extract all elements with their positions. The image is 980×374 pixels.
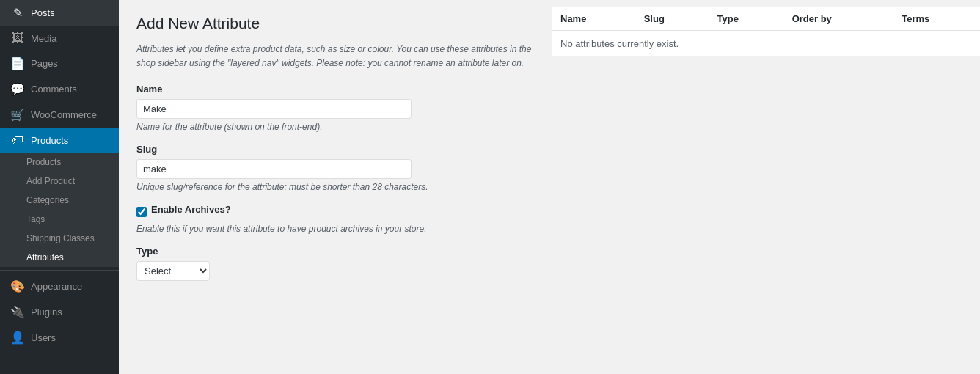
- sidebar-item-label: Plugins: [31, 307, 62, 318]
- slug-input[interactable]: [136, 159, 412, 179]
- col-name: Name: [552, 7, 635, 31]
- form-panel: Add New Attribute Attributes let you def…: [119, 0, 552, 374]
- sidebar-submenu-products: Products Add Product Categories Tags Shi…: [0, 153, 119, 267]
- slug-field-group: Slug Unique slug/reference for the attri…: [136, 144, 534, 192]
- sidebar-item-label: Comments: [31, 84, 77, 95]
- enable-archives-checkbox[interactable]: [136, 207, 147, 217]
- name-input[interactable]: [136, 99, 412, 119]
- appearance-icon: 🎨: [10, 279, 25, 293]
- table-panel: Name Slug Type Order by Terms No attribu…: [552, 0, 980, 374]
- sidebar-divider: [0, 270, 119, 271]
- media-icon: 🖼: [10, 32, 25, 45]
- name-field-group: Name Name for the attribute (shown on th…: [136, 84, 534, 132]
- sidebar-item-plugins[interactable]: 🔌 Plugins: [0, 299, 119, 325]
- posts-icon: ✎: [10, 6, 25, 20]
- page-description: Attributes let you define extra product …: [136, 43, 534, 70]
- sidebar: ✎ Posts 🖼 Media 📄 Pages 💬 Comments 🛒 Woo…: [0, 0, 119, 374]
- table-header: Name Slug Type Order by Terms: [552, 7, 980, 31]
- table-row-empty: No attributes currently exist.: [552, 31, 980, 57]
- type-field-group: Type Select Text: [136, 246, 534, 281]
- name-hint: Name for the attribute (shown on the fro…: [136, 122, 534, 132]
- sidebar-item-tags[interactable]: Tags: [0, 210, 119, 229]
- col-slug: Slug: [635, 7, 709, 31]
- sidebar-item-categories[interactable]: Categories: [0, 191, 119, 210]
- sidebar-item-posts[interactable]: ✎ Posts: [0, 0, 119, 26]
- pages-icon: 📄: [10, 56, 25, 70]
- sidebar-item-pages[interactable]: 📄 Pages: [0, 51, 119, 76]
- woocommerce-icon: 🛒: [10, 108, 25, 122]
- enable-archives-label: Enable Archives?: [151, 204, 231, 215]
- plugins-icon: 🔌: [10, 305, 25, 319]
- sidebar-item-label: Media: [31, 33, 56, 44]
- col-terms: Terms: [893, 7, 980, 31]
- sidebar-item-label: Users: [31, 332, 56, 343]
- table-body: No attributes currently exist.: [552, 31, 980, 57]
- sidebar-item-products[interactable]: 🏷 Products: [0, 128, 119, 153]
- sidebar-item-label: WooCommerce: [31, 109, 97, 120]
- sidebar-item-comments[interactable]: 💬 Comments: [0, 76, 119, 102]
- enable-archives-field-group: Enable Archives? Enable this if you want…: [136, 204, 534, 234]
- sidebar-item-label: Products: [31, 135, 68, 146]
- sidebar-item-add-product[interactable]: Add Product: [0, 172, 119, 191]
- sidebar-item-appearance[interactable]: 🎨 Appearance: [0, 274, 119, 299]
- sidebar-item-products-list[interactable]: Products: [0, 153, 119, 172]
- sidebar-item-users[interactable]: 👤 Users: [0, 325, 119, 351]
- type-label: Type: [136, 246, 534, 257]
- sidebar-item-label: Pages: [31, 58, 58, 69]
- sidebar-item-media[interactable]: 🖼 Media: [0, 26, 119, 51]
- sidebar-item-label: Posts: [31, 7, 55, 18]
- attributes-table: Name Slug Type Order by Terms No attribu…: [552, 7, 980, 57]
- slug-label: Slug: [136, 144, 534, 155]
- type-select[interactable]: Select Text: [136, 261, 210, 281]
- users-icon: 👤: [10, 331, 25, 345]
- col-type: Type: [709, 7, 783, 31]
- enable-archives-hint: Enable this if you want this attribute t…: [136, 224, 534, 234]
- name-label: Name: [136, 84, 534, 95]
- slug-hint: Unique slug/reference for the attribute;…: [136, 182, 534, 192]
- col-order-by: Order by: [783, 7, 893, 31]
- products-icon: 🏷: [10, 133, 25, 147]
- page-title: Add New Attribute: [136, 15, 534, 32]
- main-content: Add New Attribute Attributes let you def…: [119, 0, 980, 374]
- sidebar-item-label: Appearance: [31, 281, 82, 292]
- comments-icon: 💬: [10, 82, 25, 96]
- sidebar-item-attributes[interactable]: Attributes: [0, 248, 119, 267]
- enable-archives-row: Enable Archives?: [136, 204, 534, 219]
- sidebar-item-woocommerce[interactable]: 🛒 WooCommerce: [0, 102, 119, 128]
- no-items-message: No attributes currently exist.: [552, 31, 980, 57]
- sidebar-item-shipping-classes[interactable]: Shipping Classes: [0, 229, 119, 248]
